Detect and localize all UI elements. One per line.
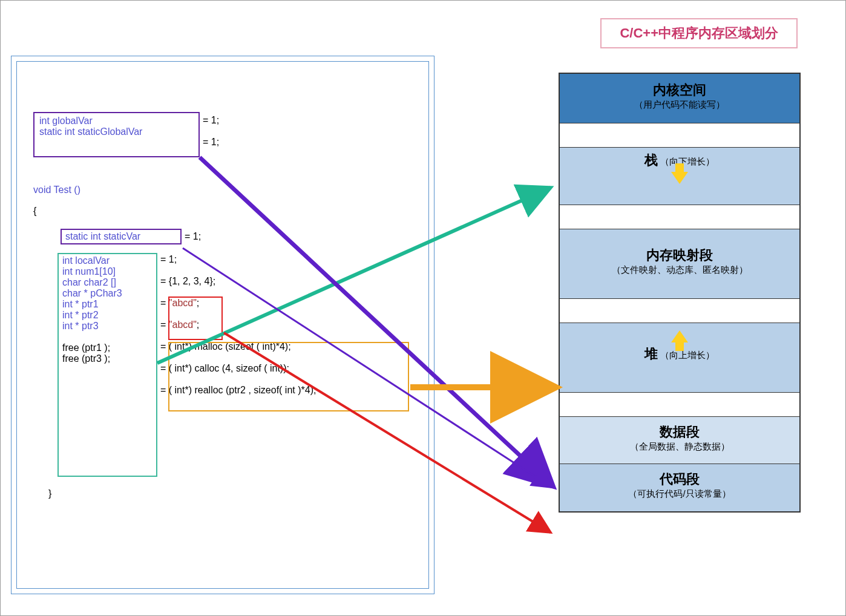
static-var-decl: static int staticVar <box>65 231 140 241</box>
local-val: = 1; <box>160 254 177 265</box>
heap-row: 堆 （向上增长） <box>560 323 799 393</box>
num1-decl: int num1[10] <box>62 266 116 277</box>
data-segment-row: 数据段 （全局数据、静态数据） <box>560 417 799 464</box>
diagram-title: C/C++中程序内存区域划分 <box>600 18 798 48</box>
arrow-up-icon <box>671 330 688 342</box>
brace-open: { <box>33 206 36 217</box>
global-var-box: int globalVar static int staticGlobalVar <box>33 112 200 157</box>
num1-val: = {1, 2, 3, 4}; <box>160 276 215 287</box>
char2-decl: char char2 [] <box>62 277 116 287</box>
memory-map-row: 内存映射段 （文件映射、动态库、匿名映射） <box>560 229 799 299</box>
gap-row-1 <box>560 123 799 148</box>
stack-row: 栈 （向下增长） <box>560 148 799 205</box>
static-var-val: = 1; <box>185 231 201 242</box>
memory-layout-table: 内核空间 （用户代码不能读写） 栈 （向下增长） 内存映射段 （文件映射、动态库… <box>559 73 801 513</box>
gap-row-2 <box>560 205 799 229</box>
local-var-box: int localVar int num1[10] char char2 [] … <box>57 253 157 477</box>
static-var-box: static int staticVar <box>61 229 182 244</box>
string-literal-box <box>168 297 223 340</box>
kernel-space-row: 内核空间 （用户代码不能读写） <box>560 74 799 123</box>
ptr2-decl: int * ptr2 <box>62 310 99 320</box>
gap-row-4 <box>560 393 799 417</box>
global-var-decl: int globalVar <box>39 116 93 126</box>
fn-decl: void Test () <box>33 185 80 195</box>
static-global-decl: static int staticGlobalVar <box>39 126 142 137</box>
local-var: int localVar <box>62 255 110 266</box>
brace-close: } <box>48 488 51 499</box>
free3: free (ptr3 ); <box>62 353 110 364</box>
arrow-down-icon <box>671 172 688 184</box>
free1: free (ptr1 ); <box>62 342 110 353</box>
ptr1-decl: int * ptr1 <box>62 299 99 309</box>
pchar3-decl: char * pChar3 <box>62 288 122 298</box>
code-segment-row: 代码段 （可执行代码/只读常量） <box>560 464 799 511</box>
malloc-box <box>168 342 409 411</box>
static-global-val: = 1; <box>203 137 219 148</box>
ptr3-decl: int * ptr3 <box>62 321 99 331</box>
global-val: = 1; <box>203 115 219 126</box>
gap-row-3 <box>560 299 799 323</box>
